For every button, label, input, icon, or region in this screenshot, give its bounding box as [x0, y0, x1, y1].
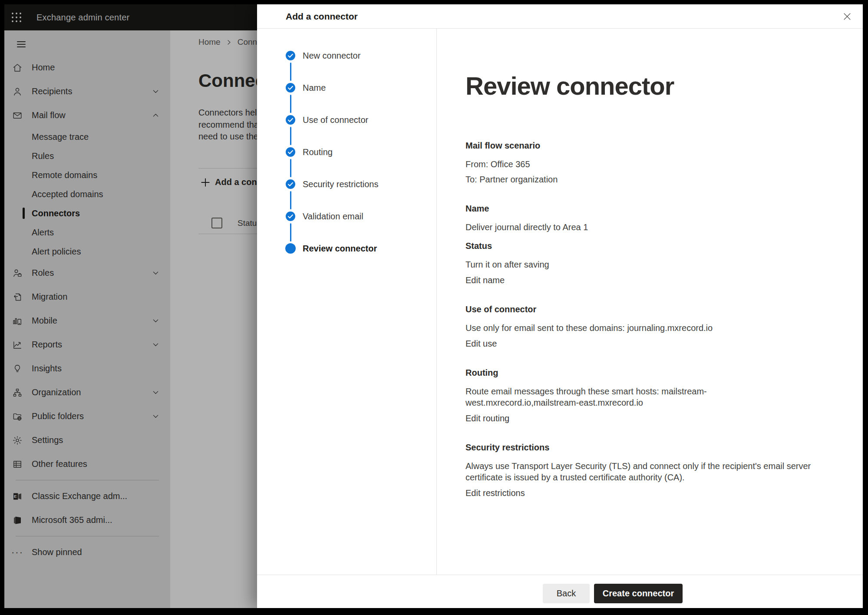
security-value: Always use Transport Layer Security (TLS… — [465, 460, 812, 483]
wizard-step-use-of-connector[interactable]: Use of connector — [285, 104, 436, 136]
wizard-step-label: Name — [303, 83, 326, 93]
completed-check-icon — [285, 211, 296, 222]
edit-use-link[interactable]: Edit use — [465, 338, 497, 349]
close-icon — [842, 12, 852, 21]
section-title: Mail flow scenario — [465, 140, 812, 151]
wizard-step-label: Routing — [303, 147, 333, 157]
current-step-icon — [285, 243, 296, 254]
edit-name-link[interactable]: Edit name — [465, 274, 505, 286]
completed-check-icon — [285, 115, 296, 125]
screen-frame: Exchange admin center HomeRecipientsMail… — [0, 0, 868, 615]
wizard-step-routing[interactable]: Routing — [285, 136, 436, 168]
section-title: Name — [465, 203, 812, 214]
create-connector-button[interactable]: Create connector — [594, 584, 683, 603]
wizard-step-label: Review connector — [303, 244, 377, 254]
mail-flow-to: To: Partner organization — [465, 174, 812, 185]
use-value: Use only for email sent to these domains… — [465, 322, 812, 334]
wizard-step-review-connector[interactable]: Review connector — [285, 232, 436, 265]
completed-check-icon — [285, 50, 296, 61]
completed-check-icon — [285, 83, 296, 93]
dialog-title: Add a connector — [286, 11, 358, 22]
routing-section: Routing Route email messages through the… — [465, 367, 812, 424]
status-subtitle: Status — [465, 240, 812, 251]
wizard-step-label: New connector — [303, 51, 360, 61]
wizard-step-label: Validation email — [303, 212, 363, 222]
add-connector-dialog: Add a connector New connectorNameUse of … — [257, 4, 863, 608]
name-value: Deliver journal directly to Area 1 — [465, 222, 812, 233]
wizard-stepper: New connectorNameUse of connectorRouting… — [257, 29, 437, 575]
mail-flow-scenario-section: Mail flow scenario From: Office 365 To: … — [465, 140, 812, 185]
close-button[interactable] — [839, 9, 855, 24]
dialog-footer: Back Create connector — [257, 575, 863, 608]
wizard-step-label: Use of connector — [303, 115, 368, 125]
review-pane: Review connector Mail flow scenario From… — [437, 29, 863, 575]
completed-check-icon — [285, 179, 296, 189]
dialog-header: Add a connector — [257, 4, 863, 29]
wizard-step-label: Security restrictions — [303, 179, 379, 189]
use-of-connector-section: Use of connector Use only for email sent… — [465, 304, 812, 349]
security-restrictions-section: Security restrictions Always use Transpo… — [465, 442, 812, 499]
name-section: Name Deliver journal directly to Area 1 … — [465, 203, 812, 286]
section-title: Use of connector — [465, 304, 812, 315]
wizard-step-name[interactable]: Name — [285, 72, 436, 104]
wizard-step-new-connector[interactable]: New connector — [285, 40, 436, 72]
edit-restrictions-link[interactable]: Edit restrictions — [465, 487, 525, 499]
routing-value: Route email messages through these smart… — [465, 386, 812, 408]
wizard-step-security-restrictions[interactable]: Security restrictions — [285, 168, 436, 200]
status-value: Turn it on after saving — [465, 259, 812, 270]
section-title: Routing — [465, 367, 812, 378]
wizard-step-validation-email[interactable]: Validation email — [285, 200, 436, 232]
exchange-admin-app: Exchange admin center HomeRecipientsMail… — [4, 4, 863, 608]
back-button[interactable]: Back — [543, 584, 590, 603]
review-heading: Review connector — [465, 72, 812, 100]
edit-routing-link[interactable]: Edit routing — [465, 413, 509, 424]
completed-check-icon — [285, 147, 296, 157]
section-title: Security restrictions — [465, 442, 812, 453]
mail-flow-from: From: Office 365 — [465, 159, 812, 170]
